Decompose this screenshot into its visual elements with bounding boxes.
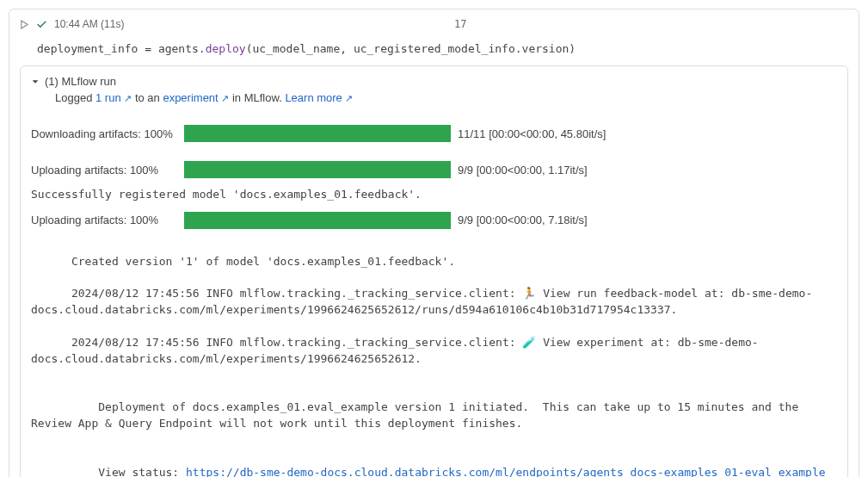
check-icon [36,19,47,30]
progress-label: Uploading artifacts: 100% [31,164,177,177]
progress-row-upload-2: Uploading artifacts: 100% 9/9 [00:00<00:… [31,208,837,232]
progress-bar [184,125,451,142]
cell-output: (1) MLflow run Logged 1 run ↗ to an expe… [20,65,848,477]
mlflow-run-link[interactable]: 1 run ↗ [95,91,132,104]
mlflow-run-toggle[interactable]: (1) MLflow run [31,75,837,88]
run-icon[interactable] [20,20,29,29]
external-link-icon: ↗ [124,93,132,103]
cell-number: 17 [131,18,790,30]
view-status-link[interactable]: https://db-sme-demo-docs.cloud.databrick… [186,466,826,477]
log-line: 2024/08/12 17:45:56 INFO mlflow.tracking… [31,287,812,316]
external-link-icon: ↗ [345,93,353,103]
registered-model-message: Successfully registered model 'docs.exam… [31,182,837,208]
external-link-icon: ↗ [221,93,229,103]
log-output: Created version '1' of model 'docs.examp… [31,232,837,477]
code-line[interactable]: deployment_info = agents.deploy(uc_model… [20,39,848,65]
mlflow-run-title: (1) MLflow run [45,75,116,88]
log-line: Created version '1' of model 'docs.examp… [71,255,455,268]
progress-info: 9/9 [00:00<00:00, 1.17it/s] [458,164,588,177]
log-line: 2024/08/12 17:45:56 INFO mlflow.tracking… [31,336,759,365]
mlflow-experiment-link[interactable]: experiment ↗ [163,91,229,104]
view-status-line: View status: https://db-sme-demo-docs.cl… [71,466,826,477]
mlflow-detail: Logged 1 run ↗ to an experiment ↗ in MLf… [31,88,837,113]
mlflow-learn-more-link[interactable]: Learn more ↗ [285,91,353,104]
progress-label: Uploading artifacts: 100% [31,214,177,226]
caret-down-icon [31,77,40,86]
deploy-message: Deployment of docs.examples_01.eval_exam… [31,400,805,430]
cell-header: 10:44 AM (11s) 17 [20,18,848,30]
progress-info: 9/9 [00:00<00:00, 7.18it/s] [458,214,588,226]
notebook-cell: 10:44 AM (11s) 17 deployment_info = agen… [9,9,859,477]
progress-label: Downloading artifacts: 100% [31,127,177,140]
progress-row-download: Downloading artifacts: 100% 11/11 [00:00… [31,121,837,146]
progress-info: 11/11 [00:00<00:00, 45.80it/s] [458,127,606,140]
progress-row-upload: Uploading artifacts: 100% 9/9 [00:00<00:… [31,158,837,182]
progress-bar [184,161,451,178]
run-time: 10:44 AM (11s) [54,18,124,30]
progress-bar [184,212,451,229]
